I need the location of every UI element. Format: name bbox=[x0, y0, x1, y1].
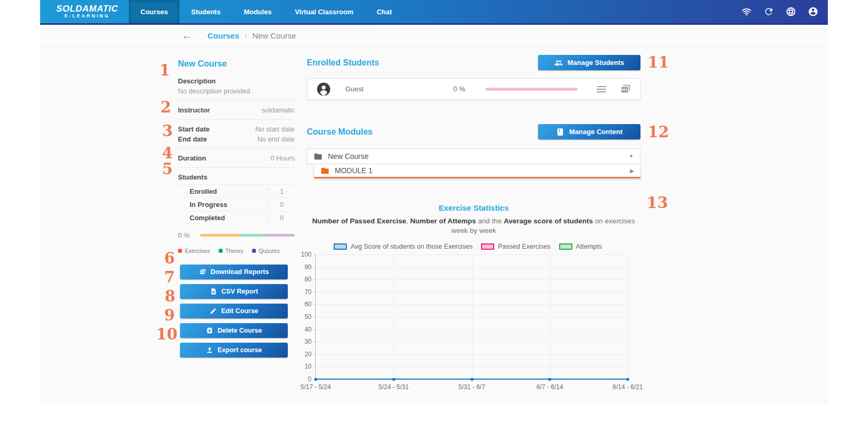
subtitle-segment: Number of Passed Exercise bbox=[312, 217, 406, 225]
export-icon bbox=[206, 346, 213, 354]
course-modules-head: Course Modules Manage Content bbox=[307, 124, 640, 139]
edit-course-button[interactable]: Edit Course bbox=[180, 304, 288, 318]
chart-data-point bbox=[627, 378, 629, 381]
module-tree-item[interactable]: MODULE 1 ▶ bbox=[314, 164, 640, 178]
divider bbox=[178, 148, 295, 149]
exercise-statistics-subtitle: Number of Passed Exercise, Number of Att… bbox=[307, 216, 640, 235]
module-root-label: New Course bbox=[328, 152, 369, 161]
legend-dot-icon bbox=[252, 249, 256, 253]
chart-data-point bbox=[549, 378, 551, 381]
chart-legend-label: Passed Exercises bbox=[498, 243, 550, 250]
y-axis-tick bbox=[314, 255, 316, 255]
progress-legend-item: Exercises bbox=[178, 248, 210, 254]
course-info-panel: New Course Description No description pr… bbox=[178, 59, 295, 362]
breadcrumb: ← Courses › New Course bbox=[40, 25, 828, 46]
nav-item-modules[interactable]: Modules bbox=[232, 0, 284, 23]
globe-icon[interactable] bbox=[786, 6, 796, 17]
nav-item-courses[interactable]: Courses bbox=[129, 0, 180, 23]
y-axis-label: 70 bbox=[305, 288, 312, 296]
course-action-buttons: PDFDownload ReportsCSV ReportEdit Course… bbox=[178, 265, 295, 357]
end-date-label: End date bbox=[178, 135, 207, 143]
progress-bar bbox=[200, 234, 295, 237]
delete-icon bbox=[206, 327, 213, 334]
breadcrumb-link-courses[interactable]: Courses bbox=[207, 31, 239, 40]
manage-content-label: Manage Content bbox=[569, 128, 622, 136]
legend-label: Quizzes bbox=[259, 248, 280, 254]
logo-line1: SOLDAMATIC bbox=[48, 4, 127, 14]
csv-file-icon bbox=[210, 288, 217, 295]
course-title: New Course bbox=[178, 59, 295, 69]
delete-course-button[interactable]: Delete Course bbox=[180, 323, 288, 338]
wifi-icon[interactable] bbox=[741, 6, 752, 17]
refresh-icon[interactable] bbox=[763, 6, 774, 17]
stats-row-value: 0 bbox=[268, 201, 295, 209]
chevron-down-icon[interactable]: ▼ bbox=[629, 154, 634, 159]
legend-label: Theory bbox=[225, 248, 243, 254]
x-axis-label: 5/17 - 5/24 bbox=[300, 383, 331, 391]
app-window: SOLDAMATIC E-LEARNING CoursesStudentsMod… bbox=[40, 0, 828, 404]
legend-dot-icon bbox=[178, 249, 182, 253]
enrolled-students-title: Enrolled Students bbox=[307, 58, 379, 68]
book-icon bbox=[556, 128, 564, 136]
button-label: Download Reports bbox=[211, 268, 269, 276]
chevron-right-icon[interactable]: ▶ bbox=[630, 168, 634, 174]
y-axis-label: 60 bbox=[305, 300, 312, 308]
legend-dot-icon bbox=[219, 249, 223, 253]
progress-legend: ExercisesTheoryQuizzes bbox=[178, 248, 295, 254]
y-axis-label: 90 bbox=[305, 263, 312, 271]
stats-row-value: 0 bbox=[268, 214, 295, 222]
y-axis-label: 80 bbox=[305, 276, 312, 283]
y-axis-tick bbox=[314, 329, 316, 330]
chart-legend-label: Attempts bbox=[576, 243, 602, 250]
stats-row: Completed0 bbox=[178, 211, 295, 224]
chart-legend-item: Passed Exercises bbox=[481, 243, 550, 250]
module-tree-root[interactable]: New Course ▼ bbox=[307, 148, 640, 164]
v-gridline bbox=[550, 255, 550, 379]
duration-label: Duration bbox=[178, 154, 206, 162]
chart-legend-label: Avg Score of students on those Exercises bbox=[351, 243, 473, 250]
nav-item-students[interactable]: Students bbox=[180, 0, 232, 23]
account-icon[interactable] bbox=[808, 6, 818, 17]
y-axis-label: 50 bbox=[305, 313, 312, 321]
progress-segment bbox=[241, 234, 266, 237]
stats-row-label: In Progress bbox=[178, 201, 268, 209]
soldamatic-logo[interactable]: SOLDAMATIC E-LEARNING bbox=[48, 4, 127, 18]
back-arrow-icon[interactable]: ← bbox=[182, 29, 193, 42]
export-course-button[interactable]: Export course bbox=[180, 343, 288, 357]
v-gridline bbox=[394, 255, 394, 379]
manage-content-button[interactable]: Manage Content bbox=[538, 124, 640, 139]
progress-percent: 0 % bbox=[178, 231, 200, 239]
course-modules-title: Course Modules bbox=[307, 127, 372, 137]
csv-report-button[interactable]: CSV Report bbox=[180, 284, 288, 299]
menu-icon[interactable] bbox=[597, 84, 606, 94]
students-stats-table: Enrolled1In Progress0Completed0 bbox=[178, 184, 295, 224]
button-label: Delete Course bbox=[218, 327, 262, 334]
manage-students-button[interactable]: Manage Students bbox=[538, 55, 640, 70]
start-date-label: Start date bbox=[178, 125, 210, 133]
stats-row-label: Enrolled bbox=[178, 187, 268, 195]
enrolled-students-head: Enrolled Students Manage Students bbox=[307, 55, 640, 70]
nav-item-virtual-classroom[interactable]: Virtual Classroom bbox=[283, 0, 365, 23]
chart-legend: Avg Score of students on those Exercises… bbox=[295, 243, 640, 250]
legend-swatch bbox=[559, 243, 572, 250]
student-progress-bar bbox=[485, 88, 578, 91]
pdf-report-icon[interactable]: PDF bbox=[620, 83, 631, 95]
x-axis-label: 5/24 - 5/31 bbox=[379, 383, 409, 391]
duration-value: 0 Hours bbox=[270, 154, 295, 162]
chart-legend-item: Avg Score of students on those Exercises bbox=[334, 243, 473, 250]
y-axis-label: 20 bbox=[305, 351, 312, 358]
logo-line2: E-LEARNING bbox=[48, 14, 127, 18]
svg-text:PDF: PDF bbox=[200, 271, 204, 274]
student-name: Guest bbox=[345, 85, 364, 93]
module-tree: New Course ▼ MODULE 1 ▶ bbox=[307, 148, 640, 178]
subtitle-segment: Number of Attemps bbox=[410, 217, 476, 225]
chart-legend-item: Attempts bbox=[559, 243, 602, 250]
y-axis-label: 100 bbox=[301, 251, 312, 258]
student-row[interactable]: Guest 0 % PDF bbox=[307, 78, 640, 100]
nav-item-chat[interactable]: Chat bbox=[365, 0, 403, 23]
download-reports-button[interactable]: PDFDownload Reports bbox=[180, 265, 288, 279]
y-axis-tick bbox=[314, 267, 316, 268]
pencil-icon bbox=[210, 307, 217, 315]
students-label: Students bbox=[178, 173, 295, 181]
stats-row-value: 1 bbox=[268, 187, 295, 195]
